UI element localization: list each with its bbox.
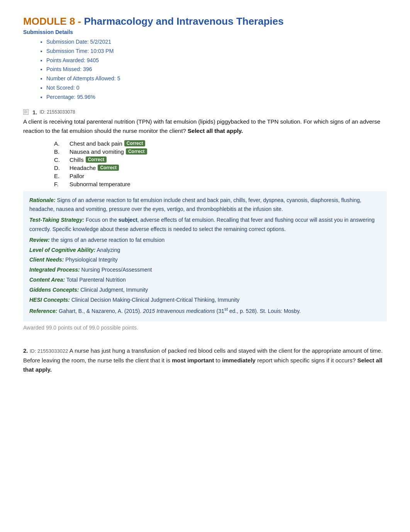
answer-row-f: F. Subnormal temperature	[54, 181, 387, 187]
rationale-para: Rationale: Signs of an adverse reaction …	[29, 196, 381, 214]
answer-letter-c: C.	[54, 156, 69, 163]
correct-badge-c: Correct	[86, 156, 107, 163]
hesi-para: HESI Concepts: Clinical Decision Making-…	[29, 296, 381, 305]
answer-row-e: E. Pallor	[54, 173, 387, 179]
cognitive-text: Analyzing	[97, 247, 120, 253]
content-text: Total Parenteral Nutrition	[66, 277, 126, 283]
answer-table-1: A. Chest and back pain Correct B. Nausea…	[54, 140, 387, 187]
answer-text-e: Pallor	[69, 173, 84, 179]
question-1-number: 1.	[32, 109, 37, 116]
question-2-id: ID: 21553033022	[30, 348, 68, 354]
test-taking-label: Test-Taking Strategy:	[29, 217, 84, 223]
reference-para: Reference: Gahart, B., & Nazareno, A. (2…	[29, 305, 381, 316]
attempts-allowed: Number of Attempts Allowed: 5	[46, 74, 387, 83]
test-taking-text-before: Focus on the	[86, 217, 119, 223]
question-2-bold1: most important	[172, 357, 214, 364]
reference-sup: st	[224, 306, 228, 311]
client-needs-text: Physiological Integrity	[65, 257, 117, 263]
reference-label: Reference:	[29, 308, 57, 314]
integrated-text: Nursing Process/Assessment	[81, 267, 152, 273]
test-taking-para: Test-Taking Strategy: Focus on the subje…	[29, 216, 381, 234]
question-1-block: ⚐ 1. ID: 21553033078 A client is receivi…	[23, 109, 387, 331]
answer-text-d: Headache	[69, 165, 96, 171]
page-title: MODULE 8 - Pharmacology and Intravenous …	[23, 15, 387, 27]
question-1-id-line: ⚐ 1. ID: 21553033078	[23, 109, 387, 116]
answer-letter-f: F.	[54, 181, 69, 187]
question-2-number: 2.	[23, 347, 28, 354]
rationale-box-1: Rationale: Signs of an adverse reaction …	[23, 191, 387, 321]
answer-text-a: Chest and back pain	[69, 140, 122, 147]
question-1-text: A client is receiving total parenteral n…	[23, 117, 387, 136]
review-text: the signs of an adverse reaction to fat …	[51, 237, 164, 243]
review-label: Review:	[29, 237, 50, 243]
not-scored: Not Scored: 0	[46, 83, 387, 93]
giddens-label: Giddens Concepts:	[29, 287, 79, 293]
flag-icon: ⚐	[23, 109, 29, 115]
answer-row-d: D. Headache Correct	[54, 165, 387, 171]
integrated-label: Integrated Process:	[29, 267, 80, 273]
content-para: Content Area: Total Parenteral Nutrition	[29, 275, 381, 285]
points-awarded: Points Awarded: 9405	[46, 56, 387, 65]
rationale-label: Rationale:	[29, 197, 56, 203]
answer-letter-a: A.	[54, 140, 69, 147]
reference-title: 2015 Intravenous medications	[143, 308, 215, 314]
answer-text-f: Subnormal temperature	[69, 181, 130, 187]
client-needs-para: Client Needs: Physiological Integrity	[29, 255, 381, 265]
giddens-para: Giddens Concepts: Clinical Judgment, Imm…	[29, 286, 381, 295]
rationale-text: Signs of an adverse reaction to fat emul…	[29, 197, 361, 212]
review-para: Review: the signs of an adverse reaction…	[29, 236, 381, 245]
answer-row-a: A. Chest and back pain Correct	[54, 140, 387, 147]
answer-letter-e: E.	[54, 173, 69, 179]
hesi-label: HESI Concepts:	[29, 297, 70, 303]
client-needs-label: Client Needs:	[29, 257, 64, 263]
points-missed: Points Missed: 396	[46, 65, 387, 74]
submission-time: Submission Time: 10:03 PM	[46, 47, 387, 56]
percentage: Percentage: 95.96%	[46, 93, 387, 102]
correct-badge-d: Correct	[98, 165, 119, 171]
test-taking-bold: subject	[119, 217, 137, 223]
question-2-text-middle1: to	[216, 357, 222, 364]
submission-date: Submission Date: 5/2/2021	[46, 37, 387, 47]
question-2-block: 2. ID: 21553033022 A nurse has just hung…	[23, 346, 387, 375]
answer-text-c: Chills	[69, 156, 84, 163]
content-label: Content Area:	[29, 277, 65, 283]
submission-header: Submission Details	[23, 29, 387, 35]
cognitive-label: Level of Cognitive Ability:	[29, 247, 95, 253]
question-2-bold2: immediately	[222, 357, 256, 364]
answer-letter-d: D.	[54, 165, 69, 171]
cognitive-para: Level of Cognitive Ability: Analyzing	[29, 246, 381, 255]
question-2-id-line: 2. ID: 21553033022 A nurse has just hung…	[23, 346, 387, 375]
integrated-para: Integrated Process: Nursing Process/Asse…	[29, 265, 381, 275]
answer-text-b: Nausea and vomiting	[69, 148, 124, 155]
hesi-text: Clinical Decision Making-Clinical Judgme…	[71, 297, 239, 303]
answer-letter-b: B.	[54, 148, 69, 155]
correct-badge-b: Correct	[126, 148, 147, 155]
reference-rest: ed., p. 528). St. Louis: Mosby.	[228, 308, 301, 314]
correct-badge-a: Correct	[124, 140, 146, 146]
reference-edition: (31	[215, 308, 224, 314]
giddens-text: Clinical Judgment, Immunity	[80, 287, 148, 293]
submission-details-list: Submission Date: 5/2/2021 Submission Tim…	[23, 37, 387, 102]
answer-row-c: C. Chills Correct	[54, 156, 387, 163]
reference-author: Gahart, B., & Nazareno, A. (2015).	[59, 308, 143, 314]
awarded-text-1: Awarded 99.0 points out of 99.0 possible…	[23, 325, 387, 331]
question-2-text-middle2: report which specific signs if it occurs…	[257, 357, 356, 364]
answer-row-b: B. Nausea and vomiting Correct	[54, 148, 387, 155]
question-1-id: ID: 21553033078	[40, 109, 75, 115]
